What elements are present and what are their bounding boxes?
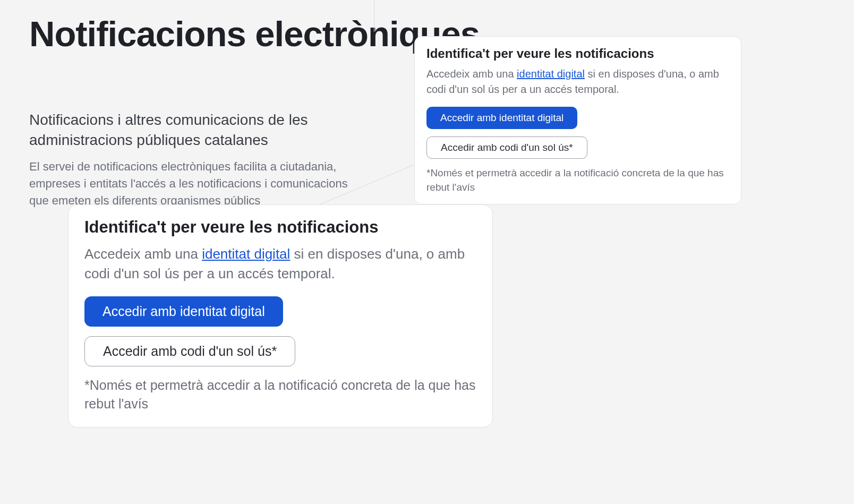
card-description: Accedeix amb una identitat digital si en…: [426, 66, 729, 97]
card-note: *Només et permetrà accedir a la notifica…: [84, 376, 476, 413]
card-title: Identifica't per veure les notificacions: [426, 46, 729, 61]
page-description: El servei de notificacions electròniques…: [29, 158, 369, 209]
identify-card-small: Identifica't per veure les notificacions…: [414, 36, 741, 204]
page-subtitle: Notificacions i altres comunicacions de …: [29, 110, 369, 150]
access-single-use-code-button[interactable]: Accedir amb codi d'un sol ús*: [426, 136, 587, 159]
page-title: Notificacions electròniques: [29, 14, 480, 54]
divider: [374, 0, 374, 32]
access-digital-identity-button[interactable]: Accedir amb identitat digital: [84, 296, 283, 327]
identity-link[interactable]: identitat digital: [202, 246, 290, 262]
access-single-use-code-button[interactable]: Accedir amb codi d'un sol ús*: [84, 336, 295, 366]
card-note: *Només et permetrà accedir a la notifica…: [426, 166, 729, 194]
identity-link[interactable]: identitat digital: [517, 68, 585, 80]
card-desc-prefix: Accedeix amb una: [426, 68, 517, 80]
card-title: Identifica't per veure les notificacions: [84, 218, 476, 237]
identify-card-large: Identifica't per veure les notificacions…: [68, 204, 493, 428]
card-description: Accedeix amb una identitat digital si en…: [84, 244, 476, 284]
access-digital-identity-button[interactable]: Accedir amb identitat digital: [426, 107, 577, 129]
card-desc-prefix: Accedeix amb una: [84, 246, 202, 262]
